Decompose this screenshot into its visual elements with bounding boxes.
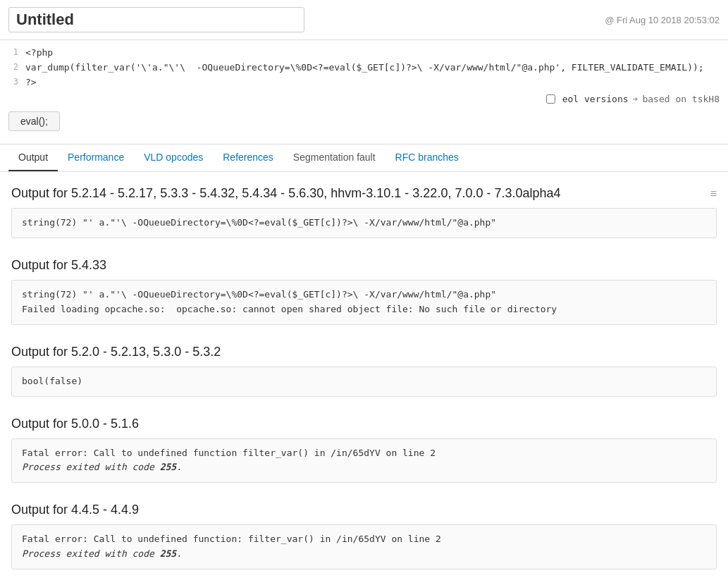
line-code: <?php [25,46,53,61]
arrow-icon: ➔ [633,94,638,104]
eol-checkbox[interactable] [546,94,555,104]
tab-references[interactable]: References [213,144,283,171]
output-section-out3: Output for 5.2.0 - 5.2.13, 5.3.0 - 5.3.2… [11,345,717,397]
header: @ Fri Aug 10 2018 20:53:02 [0,0,728,40]
line-number: 1 [6,46,25,61]
eval-button[interactable]: eval(); [8,111,60,131]
line-number: 3 [6,75,25,90]
tab-output[interactable]: Output [8,144,58,171]
main-content: Output for 5.2.14 - 5.2.17, 5.3.3 - 5.4.… [0,172,728,585]
output-box-out1: string(72) "' a."'\ -OQueueDirectory=\%0… [11,208,717,238]
tabs-row: OutputPerformanceVLD opcodesReferencesSe… [0,144,728,172]
tab-segmentation-fault[interactable]: Segmentation fault [283,144,385,171]
menu-icon[interactable]: ≡ [710,187,717,200]
line-code: var_dump(filter_var('\'a."\'\ -OQueueDir… [25,61,704,75]
eol-link[interactable]: based on tskH8 [642,94,720,104]
process-exit-line: Process exited with code 255. [22,462,182,472]
output-title-out4: Output for 5.0.0 - 5.1.6 [11,417,717,431]
line-code: ?> [25,75,37,90]
code-line: 3?> [6,75,722,90]
timestamp: @ Fri Aug 10 2018 20:53:02 [605,15,720,25]
code-line: 1<?php [6,46,722,61]
output-box-out5: Fatal error: Call to undefined function:… [11,524,717,569]
process-exit-line: Process exited with code 255. [22,548,182,559]
output-title-out2: Output for 5.4.33 [11,258,717,273]
eol-label: eol versions [562,94,629,104]
output-section-out5: Output for 4.4.5 - 4.4.9Fatal error: Cal… [11,503,717,569]
output-section-out2: Output for 5.4.33string(72) "' a."'\ -OQ… [11,258,717,325]
code-editor: 1<?php2var_dump(filter_var('\'a."\'\ -OQ… [0,40,728,144]
output-box-out2: string(72) "' a."'\ -OQueueDirectory=\%0… [11,280,717,325]
output-box-out4: Fatal error: Call to undefined function … [11,438,717,484]
tab-vld-opcodes[interactable]: VLD opcodes [134,144,213,171]
output-title-out3: Output for 5.2.0 - 5.2.13, 5.3.0 - 5.3.2 [11,345,717,359]
eval-btn-row: eval(); [0,110,728,138]
tab-rfc-branches[interactable]: RFC branches [385,144,469,171]
code-line: 2var_dump(filter_var('\'a."\'\ -OQueueDi… [6,61,722,75]
eol-row: eol versions ➔ based on tskH8 [0,90,728,110]
output-section-out4: Output for 5.0.0 - 5.1.6Fatal error: Cal… [11,417,717,484]
output-section-out1: Output for 5.2.14 - 5.2.17, 5.3.3 - 5.4.… [11,186,717,238]
tab-performance[interactable]: Performance [58,144,134,171]
output-title-out1: Output for 5.2.14 - 5.2.17, 5.3.3 - 5.4.… [11,186,717,201]
output-box-out3: bool(false) [11,367,717,397]
line-number: 2 [6,61,25,75]
output-title-out5: Output for 4.4.5 - 4.4.9 [11,503,717,517]
title-input[interactable] [8,7,304,32]
